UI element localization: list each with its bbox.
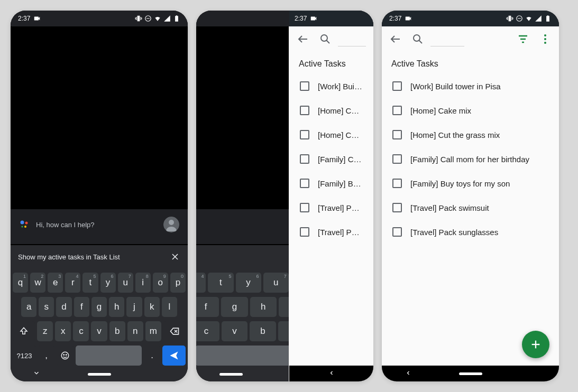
key-k[interactable]: k [144,297,160,317]
key-a[interactable]: a [21,297,36,317]
search-icon[interactable] [319,33,332,45]
key-w[interactable]: w2 [30,273,45,293]
kb-row-1: q1w2e3r4t5y6u7i8o9p0 [13,273,186,293]
key-c[interactable]: c [196,321,219,341]
task-label: [Home] Cake [318,106,363,115]
nav-back-icon[interactable] [328,369,335,378]
backspace-key[interactable] [163,321,186,341]
key-v[interactable]: v [222,321,247,341]
space-key[interactable] [196,346,302,366]
key-h[interactable]: h [109,297,124,317]
svg-point-13 [63,354,65,356]
key-h[interactable]: h [250,297,277,317]
key-d[interactable]: d [56,297,71,317]
input-bar[interactable]: Show my active tasks in Task List [11,245,188,268]
key-c[interactable]: c [73,321,89,341]
task-row[interactable]: [Work] Build tower in Pisa [386,74,555,98]
task-checkbox[interactable] [392,81,402,91]
overflow-menu-icon[interactable] [539,33,552,45]
home-pill[interactable] [459,372,482,375]
task-checkbox[interactable] [392,179,402,188]
task-checkbox[interactable] [300,154,309,164]
back-icon[interactable] [297,33,309,45]
key-u[interactable]: u7 [263,273,289,293]
keyboard[interactable]: q1w2e3r4t5y6u7i8o9p0 asdfghjkl zxcvbnm ?… [11,268,188,381]
avatar[interactable] [163,217,179,232]
key-j[interactable]: j [126,297,142,317]
task-checkbox[interactable] [300,106,309,115]
key-b[interactable]: b [109,321,125,341]
task-row[interactable]: [Home] Cake mix [386,98,555,123]
shift-key[interactable] [13,321,35,341]
home-pill[interactable] [219,373,243,376]
key-p[interactable]: p0 [170,273,186,293]
key-l[interactable]: l [162,297,177,317]
key-n[interactable]: n [127,321,143,341]
task-checkbox[interactable] [392,130,402,139]
key-y[interactable]: y6 [100,273,116,293]
task-checkbox[interactable] [300,81,309,91]
task-row[interactable]: [Family] Call n [293,147,369,171]
search-icon[interactable] [411,33,424,45]
key-m[interactable]: m [145,321,161,341]
back-icon[interactable] [389,33,402,45]
battery-icon [544,15,552,22]
task-row[interactable]: [Family] Buy t [293,171,369,195]
send-key[interactable] [162,346,186,366]
search-input[interactable] [430,34,464,46]
emoji-key[interactable] [57,346,73,366]
key-o[interactable]: o9 [153,273,168,293]
task-checkbox[interactable] [392,227,402,237]
key-e[interactable]: e3 [48,273,63,293]
key-f[interactable]: f [74,297,89,317]
key-t[interactable]: t5 [82,273,98,293]
key-r[interactable]: r4 [196,273,206,293]
svg-point-14 [66,354,67,356]
key-r[interactable]: r4 [65,273,80,293]
key-s[interactable]: s [39,297,54,317]
key-i[interactable]: i8 [135,273,151,293]
task-row[interactable]: [Home] Cake [293,98,369,123]
svg-point-4 [24,226,26,228]
task-row[interactable]: [Home] Cut th [293,123,369,147]
key-u[interactable]: u7 [118,273,133,293]
task-checkbox[interactable] [300,179,309,188]
section-title: Active Tasks [382,52,559,74]
period-key[interactable]: . [144,346,160,366]
task-row[interactable]: [Family] Buy toys for my son [386,171,555,195]
key-g[interactable]: g [221,297,247,317]
task-checkbox[interactable] [300,227,309,237]
task-checkbox[interactable] [392,106,402,115]
task-row[interactable]: [Home] Cut the grass mix [386,123,555,147]
comma-key[interactable]: , [38,346,54,366]
task-row[interactable]: [Travel] Pack s [293,195,369,220]
key-q[interactable]: q1 [13,273,28,293]
task-checkbox[interactable] [392,154,402,164]
key-z[interactable]: z [37,321,53,341]
task-row[interactable]: [Travel] Pack swimsuit [386,195,555,220]
task-checkbox[interactable] [300,203,309,212]
task-checkbox[interactable] [300,130,309,139]
symbols-key[interactable]: ?123 [13,346,36,366]
task-row[interactable]: [Travel] Pack sunglasses [386,220,555,244]
task-row[interactable]: [Travel] Pack s [293,220,369,244]
task-row[interactable]: [Family] Call mom for her birthday [386,147,555,171]
home-pill[interactable] [88,373,111,376]
key-b[interactable]: b [250,321,276,341]
key-g[interactable]: g [91,297,107,317]
key-v[interactable]: v [91,321,107,341]
close-icon[interactable] [170,251,180,262]
filter-icon[interactable] [517,33,529,45]
nav-back-icon[interactable] [405,369,411,378]
key-f[interactable]: f [196,297,219,317]
task-row[interactable]: [Work] Build t [293,74,369,98]
search-input[interactable] [338,34,366,46]
add-task-fab[interactable] [522,331,549,358]
key-x[interactable]: x [55,321,71,341]
key-t[interactable]: t5 [208,273,233,293]
space-key[interactable] [76,346,142,366]
key-y[interactable]: y6 [236,273,261,293]
task-checkbox[interactable] [392,203,402,212]
nav-chevron-down-icon[interactable] [33,369,40,379]
task-label: [Family] Call n [318,155,363,164]
